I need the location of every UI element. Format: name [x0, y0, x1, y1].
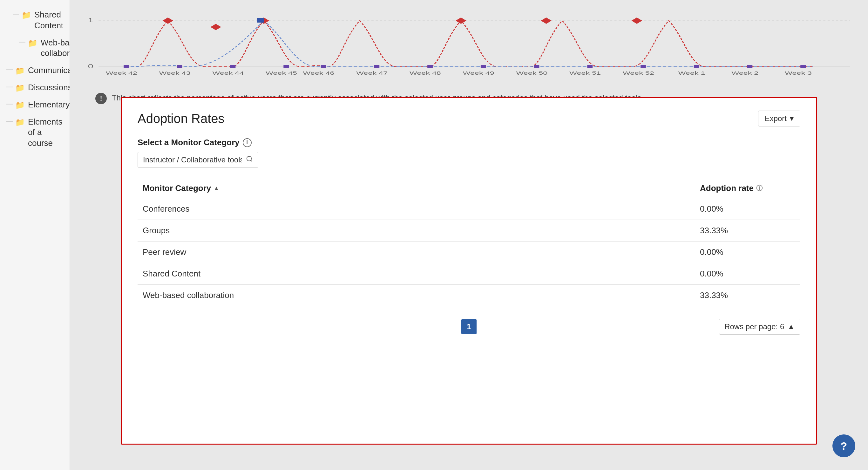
- col-header-category[interactable]: Monitor Category ▲: [143, 183, 700, 193]
- svg-rect-9: [374, 65, 379, 68]
- svg-text:Week 1: Week 1: [678, 70, 705, 75]
- svg-marker-21: [456, 18, 466, 24]
- monitor-category-section: Select a Monitor Category i: [137, 137, 800, 168]
- table-row: Groups 33.33%: [137, 220, 800, 242]
- main-content: 1 0: [70, 0, 868, 470]
- svg-rect-13: [587, 65, 593, 68]
- svg-marker-22: [541, 18, 552, 24]
- folder-icon: 📁: [15, 117, 25, 127]
- col-header-rate: Adoption rate ⓘ: [700, 183, 795, 193]
- svg-marker-18: [163, 18, 174, 24]
- svg-text:Week 51: Week 51: [569, 70, 601, 75]
- help-button[interactable]: ?: [832, 434, 855, 457]
- dash-icon: —: [6, 82, 13, 91]
- monitor-category-label: Select a Monitor Category i: [137, 137, 800, 148]
- adoption-table: Monitor Category ▲ Adoption rate ⓘ Confe…: [137, 179, 800, 306]
- svg-rect-10: [427, 65, 433, 68]
- page-1-button[interactable]: 1: [461, 319, 476, 334]
- dash-icon: —: [6, 117, 13, 125]
- card-title: Adoption Rates: [137, 112, 225, 126]
- rows-per-page-control[interactable]: Rows per page: 6 ▲: [719, 319, 800, 335]
- sidebar-item-web-collab[interactable]: — 📁 Web-based collaboration: [0, 34, 69, 62]
- table-row: Conferences 0.00%: [137, 198, 800, 220]
- svg-marker-23: [631, 18, 643, 24]
- dash-icon: —: [6, 99, 13, 108]
- rate-cell: 33.33%: [700, 290, 795, 300]
- svg-rect-15: [694, 65, 699, 68]
- sidebar: — 📁 Shared Content — 📁 Web-based collabo…: [0, 0, 70, 470]
- svg-text:Week 2: Week 2: [732, 70, 758, 75]
- svg-text:Week 49: Week 49: [463, 70, 494, 75]
- svg-text:0: 0: [88, 63, 93, 70]
- dash-icon: —: [19, 37, 25, 46]
- svg-rect-7: [283, 65, 289, 68]
- sidebar-item-elements-of-course[interactable]: — 📁 Elements of a course: [0, 114, 69, 152]
- svg-text:Week 47: Week 47: [356, 70, 388, 75]
- category-cell: Peer review: [143, 247, 700, 257]
- table-header: Monitor Category ▲ Adoption rate ⓘ: [137, 179, 800, 198]
- folder-icon: 📁: [22, 10, 31, 20]
- rate-cell: 0.00%: [700, 204, 795, 214]
- svg-text:Week 48: Week 48: [409, 70, 441, 75]
- svg-text:Week 45: Week 45: [266, 70, 297, 75]
- svg-text:Week 44: Week 44: [212, 70, 244, 75]
- table-row: Shared Content 0.00%: [137, 263, 800, 285]
- sidebar-item-shared-content[interactable]: — 📁 Shared Content: [0, 6, 69, 34]
- svg-text:Week 3: Week 3: [785, 70, 812, 75]
- svg-marker-19: [211, 24, 221, 30]
- sidebar-item-elementary[interactable]: — 📁 Elementary: [0, 96, 69, 114]
- svg-rect-16: [747, 65, 753, 68]
- table-row: Web-based collaboration 33.33%: [137, 285, 800, 306]
- folder-icon: 📁: [15, 66, 25, 75]
- dash-icon: —: [13, 9, 19, 18]
- table-row: Peer review 0.00%: [137, 242, 800, 263]
- card-header: Adoption Rates Export ▾: [137, 111, 800, 126]
- category-cell: Conferences: [143, 204, 700, 214]
- svg-point-39: [247, 156, 252, 161]
- search-box[interactable]: [137, 152, 258, 168]
- search-input[interactable]: [143, 155, 242, 164]
- chart-container: 1 0: [83, 6, 855, 76]
- category-cell: Shared Content: [143, 269, 700, 279]
- svg-rect-6: [230, 65, 236, 68]
- sidebar-item-communication[interactable]: — 📁 Communication: [0, 62, 69, 79]
- folder-icon: 📁: [15, 100, 25, 110]
- rate-cell: 0.00%: [700, 269, 795, 279]
- folder-icon: 📁: [28, 38, 37, 48]
- chevron-down-icon: ▾: [790, 114, 794, 123]
- svg-text:Week 50: Week 50: [516, 70, 548, 75]
- rate-info-icon: ⓘ: [756, 184, 763, 193]
- svg-rect-4: [124, 65, 129, 68]
- dash-icon: —: [6, 65, 13, 73]
- svg-text:Week 46: Week 46: [303, 70, 335, 75]
- svg-rect-11: [481, 65, 486, 68]
- rate-cell: 0.00%: [700, 247, 795, 257]
- svg-rect-12: [534, 65, 539, 68]
- svg-rect-17: [800, 65, 806, 68]
- svg-text:Week 52: Week 52: [623, 70, 654, 75]
- svg-line-40: [251, 160, 252, 161]
- category-cell: Groups: [143, 226, 700, 236]
- svg-text:Week 43: Week 43: [159, 70, 191, 75]
- svg-rect-8: [321, 65, 326, 68]
- table-rows-container: Conferences 0.00% Groups 33.33% Peer rev…: [137, 198, 800, 306]
- folder-icon: 📁: [15, 83, 25, 93]
- category-cell: Web-based collaboration: [143, 290, 700, 300]
- svg-text:Week 42: Week 42: [106, 70, 137, 75]
- monitor-info-icon[interactable]: i: [243, 138, 252, 147]
- svg-rect-5: [177, 65, 182, 68]
- adoption-rates-card: Adoption Rates Export ▾ Select a Monitor…: [121, 97, 817, 445]
- sidebar-item-discussions[interactable]: — 📁 Discussions: [0, 79, 69, 96]
- export-button[interactable]: Export ▾: [758, 111, 800, 126]
- svg-rect-24: [257, 18, 264, 23]
- svg-text:1: 1: [88, 17, 93, 24]
- line-chart: 1 0: [83, 6, 855, 76]
- svg-rect-14: [641, 65, 646, 68]
- sort-icon: ▲: [214, 185, 219, 192]
- info-icon: !: [95, 93, 107, 104]
- pagination: 1 Rows per page: 6 ▲: [137, 319, 800, 334]
- search-icon: [246, 155, 253, 164]
- rate-cell: 33.33%: [700, 226, 795, 236]
- chevron-up-icon: ▲: [787, 322, 795, 331]
